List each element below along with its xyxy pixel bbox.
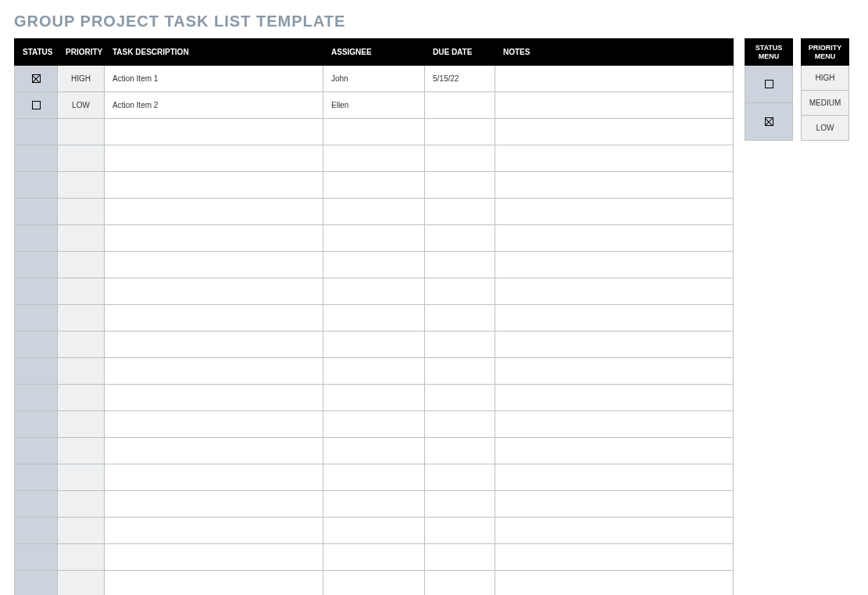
notes-cell[interactable]: [495, 438, 734, 464]
task-description-cell[interactable]: [105, 119, 323, 145]
assignee-cell[interactable]: [323, 199, 425, 225]
checkbox-unchecked-icon[interactable]: [32, 101, 41, 109]
notes-cell[interactable]: [495, 385, 734, 411]
assignee-cell[interactable]: [323, 544, 425, 571]
task-description-cell[interactable]: [105, 145, 323, 172]
status-cell[interactable]: [15, 92, 58, 119]
assignee-cell[interactable]: [323, 518, 425, 544]
due-date-cell[interactable]: [425, 145, 495, 172]
task-description-cell[interactable]: [105, 199, 323, 225]
status-cell[interactable]: [15, 411, 58, 438]
priority-cell[interactable]: [58, 225, 105, 252]
task-description-cell[interactable]: [105, 544, 323, 571]
status-cell[interactable]: [15, 571, 58, 596]
assignee-cell[interactable]: John: [323, 66, 425, 92]
due-date-cell[interactable]: [425, 305, 495, 332]
priority-cell[interactable]: [58, 305, 105, 332]
priority-cell[interactable]: LOW: [58, 92, 105, 119]
assignee-cell[interactable]: [323, 385, 425, 411]
assignee-cell[interactable]: [323, 571, 425, 596]
notes-cell[interactable]: [495, 172, 734, 199]
assignee-cell[interactable]: [323, 491, 425, 518]
assignee-cell[interactable]: [323, 119, 425, 145]
status-cell[interactable]: [15, 464, 58, 491]
notes-cell[interactable]: [495, 199, 734, 225]
status-cell[interactable]: [15, 278, 58, 305]
notes-cell[interactable]: [495, 544, 734, 571]
notes-cell[interactable]: [495, 145, 734, 172]
notes-cell[interactable]: [495, 571, 734, 596]
assignee-cell[interactable]: [323, 225, 425, 252]
assignee-cell[interactable]: [323, 438, 425, 464]
task-description-cell[interactable]: Action Item 2: [105, 92, 323, 119]
assignee-cell[interactable]: [323, 278, 425, 305]
due-date-cell[interactable]: [425, 252, 495, 278]
notes-cell[interactable]: [495, 411, 734, 438]
task-description-cell[interactable]: [105, 278, 323, 305]
task-description-cell[interactable]: [105, 252, 323, 278]
priority-cell[interactable]: [58, 491, 105, 518]
priority-cell[interactable]: [58, 172, 105, 199]
priority-menu-item[interactable]: LOW: [802, 116, 849, 141]
priority-cell[interactable]: [58, 438, 105, 464]
task-description-cell[interactable]: [105, 385, 323, 411]
due-date-cell[interactable]: [425, 411, 495, 438]
notes-cell[interactable]: [495, 119, 734, 145]
status-cell[interactable]: [15, 332, 58, 358]
task-description-cell[interactable]: [105, 358, 323, 385]
assignee-cell[interactable]: [323, 358, 425, 385]
task-description-cell[interactable]: [105, 491, 323, 518]
priority-cell[interactable]: [58, 571, 105, 596]
task-description-cell[interactable]: [105, 411, 323, 438]
due-date-cell[interactable]: 5/15/22: [425, 66, 495, 92]
status-menu-item[interactable]: [745, 66, 793, 103]
notes-cell[interactable]: [495, 92, 734, 119]
status-cell[interactable]: [15, 252, 58, 278]
status-cell[interactable]: [15, 385, 58, 411]
checkbox-checked-icon[interactable]: [32, 74, 41, 83]
status-cell[interactable]: [15, 358, 58, 385]
notes-cell[interactable]: [495, 464, 734, 491]
status-cell[interactable]: [15, 66, 58, 92]
due-date-cell[interactable]: [425, 438, 495, 464]
task-description-cell[interactable]: [105, 172, 323, 199]
due-date-cell[interactable]: [425, 199, 495, 225]
due-date-cell[interactable]: [425, 332, 495, 358]
due-date-cell[interactable]: [425, 518, 495, 544]
status-cell[interactable]: [15, 225, 58, 252]
priority-cell[interactable]: [58, 119, 105, 145]
task-description-cell[interactable]: [105, 225, 323, 252]
status-cell[interactable]: [15, 199, 58, 225]
notes-cell[interactable]: [495, 305, 734, 332]
due-date-cell[interactable]: [425, 544, 495, 571]
task-description-cell[interactable]: Action Item 1: [105, 66, 323, 92]
status-cell[interactable]: [15, 119, 58, 145]
due-date-cell[interactable]: [425, 571, 495, 596]
notes-cell[interactable]: [495, 66, 734, 92]
status-cell[interactable]: [15, 544, 58, 571]
assignee-cell[interactable]: [323, 464, 425, 491]
status-cell[interactable]: [15, 518, 58, 544]
notes-cell[interactable]: [495, 252, 734, 278]
notes-cell[interactable]: [495, 491, 734, 518]
assignee-cell[interactable]: [323, 332, 425, 358]
task-description-cell[interactable]: [105, 332, 323, 358]
assignee-cell[interactable]: [323, 411, 425, 438]
priority-cell[interactable]: [58, 199, 105, 225]
priority-cell[interactable]: [58, 385, 105, 411]
priority-cell[interactable]: [58, 278, 105, 305]
priority-cell[interactable]: [58, 332, 105, 358]
due-date-cell[interactable]: [425, 172, 495, 199]
status-cell[interactable]: [15, 145, 58, 172]
priority-cell[interactable]: HIGH: [58, 66, 105, 92]
task-description-cell[interactable]: [105, 518, 323, 544]
status-cell[interactable]: [15, 438, 58, 464]
assignee-cell[interactable]: [323, 172, 425, 199]
status-cell[interactable]: [15, 305, 58, 332]
priority-menu-item[interactable]: MEDIUM: [802, 91, 849, 116]
due-date-cell[interactable]: [425, 385, 495, 411]
task-description-cell[interactable]: [105, 571, 323, 596]
priority-cell[interactable]: [58, 544, 105, 571]
status-cell[interactable]: [15, 172, 58, 199]
task-description-cell[interactable]: [105, 438, 323, 464]
